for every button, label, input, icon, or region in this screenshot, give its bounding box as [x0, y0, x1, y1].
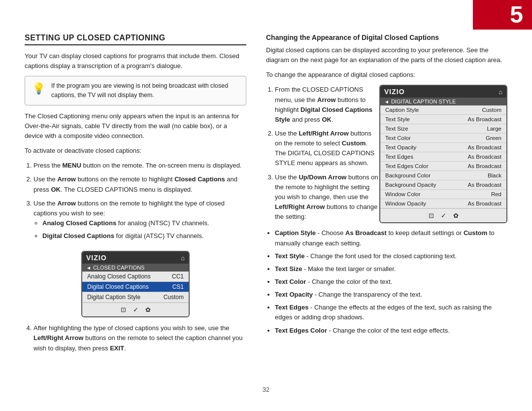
intro-para2: The Closed Captioning menu only appears … — [25, 111, 246, 141]
menu-row-0-left: Analog Closed Captions CC1 — [82, 272, 189, 282]
tv-menu-left-submenu: ◄ CLOSED CAPTIONS — [82, 264, 189, 272]
right-row-8: Background Opacity As Broadcast — [380, 180, 506, 190]
analog-bold: Analog Closed Captions — [42, 219, 116, 227]
right-row-3-value: Green — [486, 135, 501, 141]
info-box: 💡 If the program you are viewing is not … — [25, 76, 246, 105]
menu-row-0-left-label: Analog Closed Captions — [87, 273, 151, 280]
bullet-text-opacity: Text Opacity - Change the transparency o… — [275, 290, 507, 300]
left-step-4: After highlighting the type of closed ca… — [33, 323, 246, 353]
footer: 32 — [0, 378, 532, 397]
menu-row-0-left-value: CC1 — [172, 273, 184, 280]
page-number: 5 — [510, 3, 523, 27]
right-row-8-label: Background Opacity — [385, 182, 436, 188]
tv-menu-right-header: VIZIO ⌂ — [380, 86, 506, 98]
arrow-r1: Arrow — [317, 96, 336, 103]
lr-arrow-bold: Left/Right Arrow — [33, 334, 83, 342]
bullet-analog: Analog Closed Captions for analog (NTSC)… — [42, 218, 246, 228]
right-row-6-label: Text Edges Color — [385, 163, 429, 169]
tv-menu-left: VIZIO ⌂ ◄ CLOSED CAPTIONS Analog Closed … — [81, 251, 190, 317]
left-column: SETTING UP CLOSED CAPTIONING Your TV can… — [25, 34, 261, 358]
tv-menu-left-header: VIZIO ⌂ — [82, 252, 189, 264]
activate-label: To activate or deactivate closed caption… — [25, 146, 246, 156]
home-icon-left: ⌂ — [181, 254, 185, 262]
text-style-bold: Text Style — [275, 252, 304, 260]
bullet-text-edges-color: Text Edges Color - Change the color of t… — [275, 326, 507, 336]
digital-bold: Digital Closed Captions — [42, 232, 114, 240]
right-row-1: Text Style As Broadcast — [380, 115, 506, 124]
left-step-2: Use the Arrow buttons on the remote to h… — [33, 174, 246, 194]
tv-menu-right: VIZIO ⌂ ◄ DIGITAL CAPTION STYLE Caption … — [379, 85, 507, 223]
right-row-0-value: Custom — [482, 107, 501, 113]
right-row-10-value: As Broadcast — [468, 201, 501, 206]
right-row-1-value: As Broadcast — [468, 116, 501, 122]
right-para1: Digital closed captions can be displayed… — [266, 45, 507, 65]
ctrl-icon-2-left: ✓ — [133, 306, 138, 313]
right-row-7-value: Black — [488, 172, 501, 178]
right-row-3: Text Color Green — [380, 134, 506, 143]
tv-menu-right-submenu: ◄ DIGITAL CAPTION STYLE — [380, 98, 506, 105]
right-column: Changing the Appearance of Digital Close… — [261, 34, 507, 358]
lr-arrow-r3: Left/Right Arrow — [275, 203, 325, 210]
right-row-9: Window Color Red — [380, 190, 506, 199]
ok-bold-2: OK — [51, 186, 61, 193]
left-step-1: Press the MENU button on the remote. The… — [33, 161, 246, 171]
caption-style-bold: Caption Style — [275, 229, 316, 237]
right-para2: To change the appearance of digital clos… — [266, 70, 507, 80]
info-box-text: If the program you are viewing is not be… — [51, 81, 239, 100]
menu-bold: MENU — [63, 162, 81, 169]
tv-menu-left-controls: ⊡ ✓ ✿ — [82, 303, 189, 316]
right-row-7: Background Color Black — [380, 171, 506, 180]
exit-bold: EXIT — [110, 344, 124, 352]
bullet-text-edges: Text Edges - Change the effects at the e… — [275, 303, 507, 322]
home-icon-right: ⌂ — [499, 88, 502, 96]
right-bullets-list: Caption Style - Choose As Broadcast to k… — [266, 228, 507, 335]
bullet-text-style: Text Style - Change the font used for th… — [275, 251, 507, 261]
bulb-icon: 💡 — [32, 82, 45, 95]
section-title: SETTING UP CLOSED CAPTIONING — [25, 34, 246, 45]
right-row-5-value: As Broadcast — [468, 154, 501, 160]
menu-row-2-left-label: Digital Caption Style — [87, 294, 140, 301]
right-row-6: Text Edges Color As Broadcast — [380, 162, 506, 171]
ok-r1: OK — [322, 116, 332, 123]
right-row-10: Window Opacity As Broadcast — [380, 199, 506, 208]
tv-menu-right-controls: ⊡ ✓ ✿ — [380, 208, 506, 222]
right-row-5-label: Text Edges — [385, 154, 413, 160]
left-steps-list-2: After highlighting the type of closed ca… — [25, 323, 246, 353]
right-row-2-value: Large — [487, 126, 501, 132]
arrow-bold-3: Arrow — [57, 200, 76, 207]
text-edges-color-bold: Text Edges Color — [275, 327, 327, 334]
vizio-logo-left: VIZIO — [86, 254, 107, 262]
left-step-3: Use the Arrow buttons on the remote to h… — [33, 199, 246, 241]
closed-captions-bold: Closed Captions — [174, 175, 225, 183]
right-row-1-label: Text Style — [385, 116, 410, 122]
right-row-10-label: Window Opacity — [385, 201, 426, 206]
right-subsection-title: Changing the Appearance of Digital Close… — [266, 34, 507, 41]
right-row-6-value: As Broadcast — [468, 163, 501, 169]
footer-page-number: 32 — [263, 386, 269, 393]
top-bar: 5 — [473, 0, 532, 30]
right-row-9-label: Window Color — [385, 191, 421, 197]
menu-row-1-left: Digital Closed Captions CS1 — [82, 282, 189, 292]
right-row-4-value: As Broadcast — [468, 144, 501, 150]
ctrl-icon-2-right: ✓ — [441, 212, 446, 219]
text-opacity-bold: Text Opacity — [275, 291, 313, 298]
bullet-caption-style: Caption Style - Choose As Broadcast to k… — [275, 228, 507, 248]
right-row-5: Text Edges As Broadcast — [380, 152, 506, 162]
right-row-4: Text Opacity As Broadcast — [380, 143, 506, 152]
text-color-bold: Text Color — [275, 278, 306, 285]
left-steps-list: Press the MENU button on the remote. The… — [25, 161, 246, 241]
ctrl-icon-1-left: ⊡ — [121, 306, 126, 313]
right-row-2: Text Size Large — [380, 124, 506, 134]
right-row-8-value: As Broadcast — [468, 182, 501, 188]
right-row-0: Caption Style Custom — [380, 105, 506, 115]
right-steps-with-menu: VIZIO ⌂ ◄ DIGITAL CAPTION STYLE Caption … — [266, 85, 507, 228]
right-row-0-label: Caption Style — [385, 107, 419, 113]
right-row-4-label: Text Opacity — [385, 144, 416, 150]
lr-arrow-r2: Left/Right Arrow — [299, 130, 348, 137]
back-arrow-right: ◄ — [384, 99, 389, 104]
right-row-9-value: Red — [491, 191, 501, 197]
as-broadcast-bold: As Broadcast — [345, 229, 387, 237]
bullet-digital: Digital Closed Captions for digital (ATS… — [42, 231, 246, 241]
submenu-label-right: DIGITAL CAPTION STYLE — [391, 99, 456, 104]
custom-r2: Custom — [342, 139, 366, 147]
